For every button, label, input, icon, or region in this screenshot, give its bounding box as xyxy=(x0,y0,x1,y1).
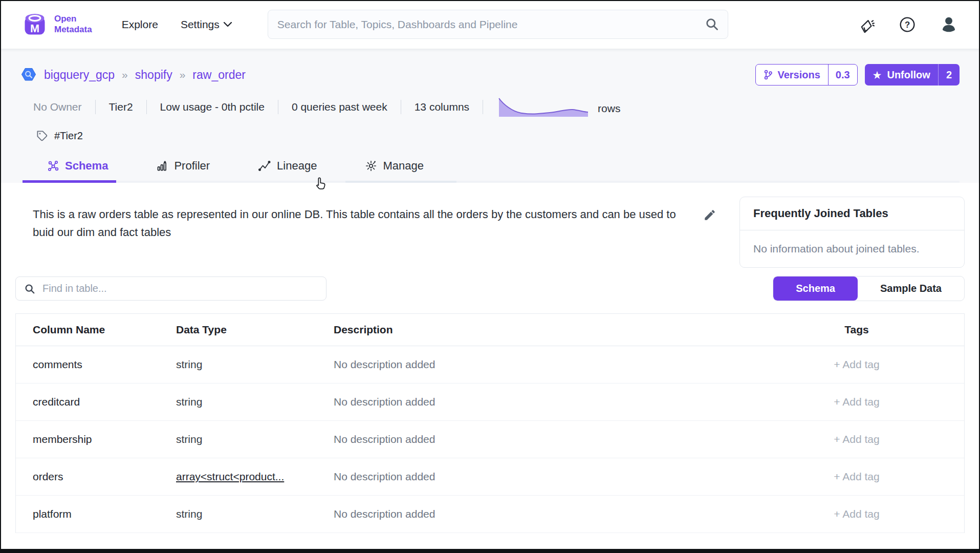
header-description: Description xyxy=(317,324,749,336)
add-tag-button[interactable]: + Add tag xyxy=(749,471,964,483)
column-name: creditcard xyxy=(16,396,159,408)
find-search-icon xyxy=(24,283,35,294)
openmetadata-logo[interactable]: M Open Metadata xyxy=(21,11,92,38)
table-toolbar: Schema Sample Data xyxy=(15,276,965,301)
column-type: string xyxy=(159,396,317,408)
global-search xyxy=(268,10,728,39)
column-name: comments xyxy=(16,358,159,371)
column-type: string xyxy=(159,358,317,371)
column-name: orders xyxy=(16,471,159,483)
table-row: orders array<struct<product... No descri… xyxy=(16,458,964,496)
joined-tables-title: Frequently Joined Tables xyxy=(740,197,964,230)
brand-name: Open Metadata xyxy=(54,14,92,34)
column-type: array<struct<product... xyxy=(159,471,317,483)
columns-table: Column Name Data Type Description Tags c… xyxy=(15,313,965,533)
table-row: membership string No description added +… xyxy=(16,421,964,458)
find-in-table-input[interactable] xyxy=(42,283,318,294)
breadcrumb-service[interactable]: bigquery_gcp xyxy=(44,68,115,82)
owner-label: No Owner xyxy=(33,101,82,113)
rows-label: rows xyxy=(598,102,620,118)
column-name: platform xyxy=(16,508,159,520)
table-row: comments string No description added + A… xyxy=(16,346,964,384)
toggle-schema-button[interactable]: Schema xyxy=(773,276,858,301)
nav-explore[interactable]: Explore xyxy=(122,18,158,31)
primary-nav: Explore Settings xyxy=(122,18,232,31)
header-tags: Tags xyxy=(749,324,964,336)
schema-panel: This is a raw orders table as represente… xyxy=(0,183,980,550)
gear-icon xyxy=(365,160,377,172)
joined-tables-empty-text: No information about joined tables. xyxy=(740,230,964,267)
breadcrumb-table[interactable]: raw_order xyxy=(192,68,246,82)
star-icon: ★ xyxy=(873,70,882,80)
usage-label: Low usage - 0th pctile xyxy=(160,101,265,113)
top-navbar: M Open Metadata Explore Settings xyxy=(0,0,980,49)
column-description: No description added xyxy=(317,508,749,520)
breadcrumb-separator: » xyxy=(122,69,128,81)
tab-profiler[interactable]: Profiler xyxy=(144,159,222,183)
user-avatar[interactable] xyxy=(939,15,959,34)
header-data-type: Data Type xyxy=(159,324,317,336)
version-number: 0.3 xyxy=(828,65,857,85)
announcements-icon[interactable] xyxy=(859,16,876,33)
breadcrumb-database[interactable]: shopify xyxy=(135,68,172,82)
tag-icon xyxy=(36,130,48,142)
entity-header: bigquery_gcp » shopify » raw_order Versi… xyxy=(0,49,980,183)
help-icon[interactable]: ? xyxy=(899,16,916,33)
add-tag-button[interactable]: + Add tag xyxy=(749,433,964,445)
add-tag-button[interactable]: + Add tag xyxy=(749,358,964,371)
column-description: No description added xyxy=(317,433,749,445)
add-tag-button[interactable]: + Add tag xyxy=(749,508,964,520)
chevron-down-icon xyxy=(224,22,232,27)
column-name: membership xyxy=(16,433,159,445)
tier-tag-label[interactable]: #Tier2 xyxy=(54,130,83,142)
tab-manage[interactable]: Manage xyxy=(353,159,436,183)
column-description: No description added xyxy=(317,358,749,371)
profiler-icon xyxy=(156,160,168,172)
table-row: platform string No description added + A… xyxy=(16,496,964,533)
entity-tabs: Schema Profiler Lineage xyxy=(20,159,960,183)
edit-description-icon[interactable] xyxy=(703,208,716,223)
entity-meta-row: No Owner Tier2 Low usage - 0th pctile 0 … xyxy=(20,94,960,120)
queries-label: 0 queries past week xyxy=(292,101,387,113)
rows-sparkline-chart xyxy=(497,96,591,118)
navbar-icons: ? xyxy=(859,15,959,34)
search-icon[interactable] xyxy=(705,17,719,31)
svg-text:M: M xyxy=(30,22,39,35)
breadcrumb: bigquery_gcp » shopify » raw_order xyxy=(20,67,246,83)
tier-label: Tier2 xyxy=(109,101,133,113)
entity-tags: #Tier2 xyxy=(20,130,960,142)
global-search-input[interactable] xyxy=(268,10,728,39)
column-type: string xyxy=(159,508,317,520)
nav-settings[interactable]: Settings xyxy=(181,18,232,31)
schema-icon xyxy=(47,160,59,172)
table-header-row: Column Name Data Type Description Tags xyxy=(16,314,964,346)
column-type: string xyxy=(159,433,317,445)
versions-button[interactable]: Versions 0.3 xyxy=(755,64,857,86)
cursor-pointer-icon xyxy=(313,176,329,192)
table-description: This is a raw orders table as represente… xyxy=(33,205,683,276)
tab-schema[interactable]: Schema xyxy=(35,159,120,183)
find-in-table xyxy=(15,276,326,301)
lineage-icon xyxy=(258,160,271,172)
unfollow-button[interactable]: ★ Unfollow 2 xyxy=(865,64,960,86)
header-column-name: Column Name xyxy=(16,324,159,336)
view-toggle: Schema Sample Data xyxy=(773,276,965,301)
bigquery-service-icon xyxy=(20,67,37,83)
follower-count: 2 xyxy=(938,64,960,86)
add-tag-button[interactable]: + Add tag xyxy=(749,396,964,408)
column-description: No description added xyxy=(317,471,749,483)
expand-type-link[interactable]: array<struct<product... xyxy=(176,471,284,482)
branch-icon xyxy=(764,70,773,80)
svg-text:?: ? xyxy=(905,20,910,30)
breadcrumb-separator: » xyxy=(180,69,186,81)
columns-count-label: 13 columns xyxy=(415,101,469,113)
openmetadata-logo-icon: M xyxy=(21,11,48,38)
toggle-sample-data-button[interactable]: Sample Data xyxy=(858,276,964,301)
column-description: No description added xyxy=(317,396,749,408)
table-row: creditcard string No description added +… xyxy=(16,384,964,421)
frequently-joined-tables-card: Frequently Joined Tables No information … xyxy=(739,197,965,268)
